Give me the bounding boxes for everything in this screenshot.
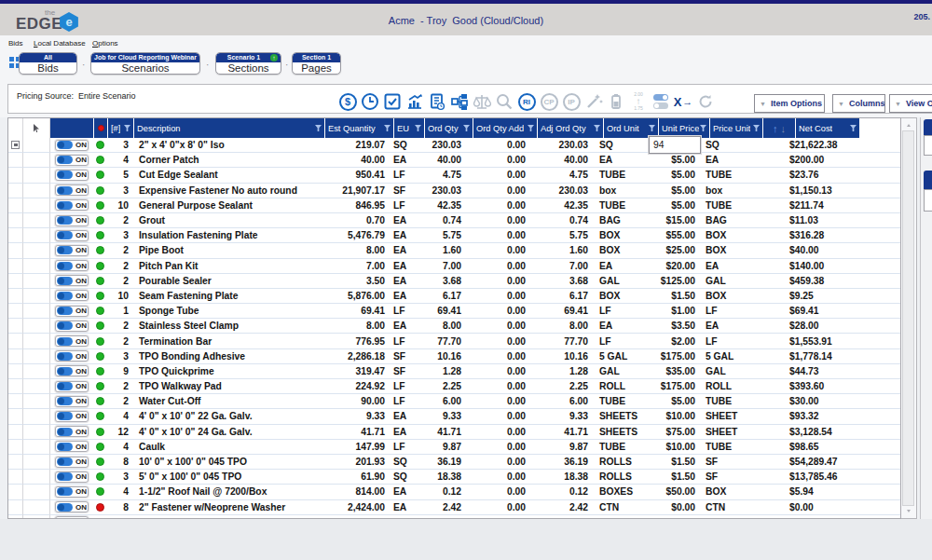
on-toggle[interactable]: ON <box>55 275 89 286</box>
linked-boxes-icon[interactable] <box>448 91 471 112</box>
menu-item-local-database[interactable]: Local Database <box>34 39 86 48</box>
view-options-button[interactable]: ▼View Options <box>889 94 932 113</box>
breadcrumb-button-pages[interactable]: Section 1Pages <box>292 52 341 75</box>
table-row[interactable]: ON1Sponge Tube69.41LF69.410.0069.41LF$1.… <box>8 304 900 319</box>
price-up-icon[interactable]: 2.00↑1.75 <box>627 91 650 112</box>
column-header-num[interactable]: [#] <box>108 118 133 138</box>
table-row[interactable]: ON5Cut Edge Sealant950.41LF4.750.004.75T… <box>8 168 900 183</box>
table-row[interactable]: ON3Insulation Fastening Plate5,476.79EA5… <box>8 228 900 243</box>
clock-icon[interactable] <box>359 91 381 112</box>
filter-icon[interactable] <box>850 125 857 131</box>
on-toggle[interactable]: ON <box>55 245 89 256</box>
on-toggle[interactable]: ON <box>55 335 89 347</box>
excel-export-icon[interactable]: X→ <box>672 91 694 112</box>
on-toggle[interactable]: ON <box>55 321 89 332</box>
table-row[interactable]: ON2Termination Bar776.95LF77.700.0077.70… <box>8 334 900 348</box>
scroll-thumb[interactable] <box>902 130 914 506</box>
on-toggle[interactable]: ON <box>55 215 89 226</box>
chart-trend-icon[interactable] <box>404 91 426 112</box>
on-toggle[interactable]: ON <box>55 471 89 483</box>
toggles-icon[interactable] <box>650 91 672 112</box>
table-row[interactable]: ON10General Purpose Sealant846.95LF42.35… <box>8 198 900 213</box>
table-row[interactable]: ON2Grout0.70EA0.740.000.74BAG$15.00BAG$1… <box>8 213 900 228</box>
on-toggle[interactable]: ON <box>55 411 89 422</box>
scroll-up-icon[interactable] <box>907 124 911 127</box>
on-toggle[interactable]: ON <box>55 365 89 376</box>
on-toggle[interactable]: ON <box>55 260 89 271</box>
menu-item-options[interactable]: Options <box>92 39 118 48</box>
table-row[interactable]: ON32" x 4' 0"x 8' 0" Iso219.07SQ230.030.… <box>8 138 900 153</box>
magnifier-icon[interactable] <box>493 91 515 112</box>
table-row[interactable]: ON2Pitch Pan Kit7.00EA7.000.007.00EA$20.… <box>8 259 900 274</box>
column-header-price_unit[interactable]: Price Unit <box>710 118 762 138</box>
on-toggle[interactable]: ON <box>55 155 89 166</box>
filter-icon[interactable] <box>700 125 706 131</box>
scroll-down-icon[interactable] <box>907 510 911 512</box>
filter-icon[interactable] <box>415 125 421 131</box>
sort-up-icon[interactable]: ↑ <box>773 123 778 134</box>
table-row[interactable]: ON44' 0" x 10' 0" 22 Ga. Galv.9.33EA9.33… <box>8 409 900 424</box>
column-header-est_quantity[interactable]: Est Quantity <box>325 118 393 138</box>
table-row[interactable]: ON2Stainless Steel Clamp8.00EA8.000.008.… <box>8 319 900 334</box>
filter-icon[interactable] <box>528 125 534 131</box>
on-toggle[interactable]: ON <box>55 199 89 211</box>
table-row[interactable]: ON82" Fastener w/Neoprene Washer2,424.00… <box>8 500 900 515</box>
table-row[interactable]: ON4Caulk147.99LF9.870.009.87TUBE$10.00TU… <box>8 440 900 455</box>
breadcrumb-button-sections[interactable]: Scenario 1↑Sections <box>215 52 281 75</box>
item-options-button[interactable]: ▼Item Options <box>754 94 825 113</box>
column-header-net_cost[interactable]: Net Cost <box>796 118 859 138</box>
column-header-description[interactable]: Description <box>134 118 324 138</box>
ip-circle-icon[interactable]: IP <box>560 91 582 112</box>
menu-item-bids[interactable]: Bids <box>8 39 23 48</box>
sort-down-icon[interactable]: ↓ <box>781 123 787 134</box>
filter-icon[interactable] <box>649 125 655 131</box>
ri-circle-icon[interactable]: RI <box>515 91 538 112</box>
table-row[interactable]: ON10Seam Fastening Plate5,876.00EA6.170.… <box>8 289 900 304</box>
table-row[interactable]: ON9TPO Quickprime319.47SF1.280.001.28GAL… <box>8 364 900 379</box>
breadcrumb-button-scenarios[interactable]: Job for Cloud Reporting WebinarScenarios <box>90 52 200 75</box>
on-toggle[interactable]: ON <box>55 441 89 452</box>
table-row[interactable]: ON2Pipe Boot8.00EA1.600.001.60BOX$25.00B… <box>8 243 900 258</box>
filter-icon[interactable] <box>753 125 760 131</box>
filter-icon[interactable] <box>315 125 322 131</box>
on-toggle[interactable]: ON <box>55 516 89 519</box>
pricing-source-value[interactable]: Entire Scenario <box>78 91 136 101</box>
magic-wand-icon[interactable] <box>582 91 605 112</box>
on-toggle[interactable]: ON <box>55 396 89 407</box>
on-toggle[interactable]: ON <box>55 457 89 468</box>
column-header-unit_price[interactable]: Unit Price <box>659 118 709 138</box>
table-row[interactable]: ON2Water Cut-Off90.00LF6.000.006.00TUBE$… <box>8 394 900 409</box>
column-header-ord_unit[interactable]: Ord Unit <box>604 118 658 138</box>
columns-button[interactable]: ▼Columns <box>832 94 885 113</box>
table-row[interactable]: ON41-1/2" Roof Nail @ 7200/Box814.00EA0.… <box>8 485 900 499</box>
battery-icon[interactable] <box>605 91 627 112</box>
table-row[interactable]: ON2TPO Walkway Pad224.92LF2.250.002.25RO… <box>8 379 900 394</box>
cp-circle-icon[interactable]: CP <box>538 91 560 112</box>
on-toggle[interactable]: ON <box>55 230 89 241</box>
on-toggle[interactable]: ON <box>55 486 89 498</box>
filter-icon[interactable] <box>124 125 130 131</box>
checkbox-icon[interactable] <box>381 91 404 112</box>
on-toggle[interactable]: ON <box>55 140 89 151</box>
table-row[interactable]: ON124' 0" x 10' 0" 24 Ga. Galv.41.71EA41… <box>8 425 900 440</box>
column-header-ord_qty_add[interactable]: Ord Qty Add <box>473 118 537 138</box>
on-toggle[interactable]: ON <box>55 170 89 181</box>
filter-icon[interactable] <box>463 125 470 131</box>
refresh-icon[interactable] <box>694 91 717 112</box>
document-clock-icon[interactable] <box>426 91 448 112</box>
on-toggle[interactable]: ON <box>55 381 89 392</box>
on-toggle[interactable]: ON <box>55 306 89 317</box>
on-toggle[interactable]: ON <box>55 184 89 196</box>
on-toggle[interactable]: ON <box>55 426 89 437</box>
unit-price-editor-input[interactable]: 94 <box>649 136 701 154</box>
scales-icon[interactable] <box>471 91 493 112</box>
on-toggle[interactable]: ON <box>55 501 89 512</box>
vertical-scrollbar[interactable] <box>901 117 917 519</box>
column-header-eu[interactable]: EU <box>394 118 424 138</box>
on-toggle[interactable]: ON <box>55 350 89 362</box>
table-row[interactable]: ON4Corner Patch40.00EA40.000.0040.00EA$5… <box>8 153 900 168</box>
dollar-circle-icon[interactable]: $ <box>336 91 359 112</box>
table-row[interactable]: ON35' 0" x 100' 0" 045 TPO61.90SQ18.380.… <box>8 470 900 485</box>
table-row[interactable]: ON3Expensive Fastener No auto round21,90… <box>8 184 900 198</box>
table-row[interactable]: ON2Pourable Sealer3.50EA3.680.003.68GAL$… <box>8 274 900 289</box>
